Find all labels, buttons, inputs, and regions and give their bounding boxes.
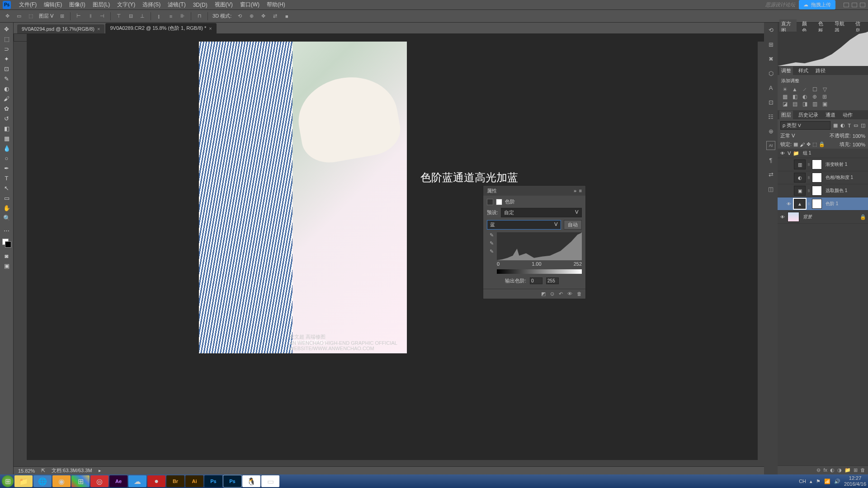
visibility-icon[interactable]: 👁	[779, 151, 786, 156]
ps-icon-2[interactable]: Ps	[223, 475, 241, 487]
qq-icon[interactable]: 🐧	[242, 475, 260, 487]
align-center-h-icon[interactable]: ⫴	[87, 13, 94, 20]
menu-help[interactable]: 帮助(H)	[263, 1, 289, 9]
levels-histogram[interactable]	[497, 232, 582, 260]
tray-flag-icon[interactable]: ⚑	[816, 479, 821, 484]
zoom-tool[interactable]: 🔍	[1, 213, 12, 222]
opacity-value[interactable]: 100%	[853, 133, 865, 139]
blur-tool[interactable]: 💧	[1, 144, 12, 153]
tray-network-icon[interactable]: 📶	[824, 479, 830, 484]
lock-all-icon[interactable]: 🔒	[819, 141, 825, 147]
3d-orbit-icon[interactable]: ⟲	[236, 13, 243, 20]
tab-styles[interactable]: 样式	[797, 66, 810, 75]
close-icon[interactable]: ×	[97, 26, 100, 32]
channel-mixer-icon[interactable]: ⊕	[811, 93, 818, 100]
gradient-tool[interactable]: ▦	[1, 134, 12, 143]
clip-icon[interactable]: ◩	[541, 291, 546, 297]
visibility-icon[interactable]: 👁	[786, 202, 792, 206]
layer-gradient-map[interactable]: ▥𝟾渐变映射 1	[778, 158, 868, 171]
tab-adjustments[interactable]: 调整	[779, 66, 793, 75]
distribute-icon[interactable]: ⊪	[179, 13, 186, 20]
layer-filter-dropdown[interactable]: ρ 类型 ᐯ	[780, 121, 830, 130]
exposure-icon[interactable]: ☐	[811, 86, 818, 93]
menu-edit[interactable]: 编辑(E)	[40, 1, 66, 9]
ime-indicator[interactable]: CH	[799, 479, 806, 484]
fill-value[interactable]: 100%	[853, 142, 865, 147]
gradient-map-icon[interactable]: ▥	[811, 100, 818, 108]
move-tool[interactable]: ✥	[1, 24, 12, 33]
output-high-input[interactable]	[546, 277, 559, 284]
align-center-v-icon[interactable]: ⊟	[127, 13, 134, 20]
bw-icon[interactable]: ◧	[791, 93, 798, 100]
menu-filter[interactable]: 滤镜(T)	[164, 1, 189, 9]
align-right-icon[interactable]: ⊣	[99, 13, 106, 20]
distribute-h-icon[interactable]: ⫿	[156, 13, 163, 20]
brightness-icon[interactable]: ☀	[781, 86, 788, 93]
layer-mask[interactable]	[812, 199, 822, 209]
white-point-dropper[interactable]: ✎	[490, 249, 496, 255]
collapse-icon[interactable]: »	[574, 188, 576, 193]
vibrance-icon[interactable]: ▽	[821, 86, 828, 93]
hue-icon[interactable]: ▦	[781, 93, 788, 100]
ae-icon[interactable]: Ae	[109, 475, 127, 487]
app-icon-5[interactable]: ●	[147, 475, 165, 487]
panel-menu-icon[interactable]: ≡	[579, 188, 582, 193]
dock-layers-icon[interactable]: ⇄	[766, 170, 775, 179]
color-swatches[interactable]	[2, 239, 11, 248]
link-layers-icon[interactable]: ⊖	[816, 467, 821, 473]
dock-ai-icon[interactable]: AI	[766, 141, 775, 150]
3d-roll-icon[interactable]: ⊕	[248, 13, 255, 20]
tray-volume-icon[interactable]: 🔊	[834, 479, 840, 484]
history-brush-tool[interactable]: ↺	[1, 114, 12, 123]
levels-icon[interactable]: ▲	[791, 86, 798, 93]
preset-dropdown[interactable]: 自定ᐯ	[501, 208, 582, 217]
lock-position-icon[interactable]: ✥	[807, 141, 811, 147]
show-transform-icon[interactable]: ⊞	[58, 13, 66, 20]
menu-select[interactable]: 选择(S)	[139, 1, 164, 9]
stamp-tool[interactable]: ✿	[1, 104, 12, 113]
app-icon-1[interactable]: ◉	[52, 475, 71, 487]
crop-tool[interactable]: ⊡	[1, 64, 12, 73]
close-icon[interactable]: ×	[209, 26, 212, 31]
add-mask-icon[interactable]: ◐	[830, 467, 835, 473]
shape-tool[interactable]: ▭	[1, 193, 12, 202]
link-icon[interactable]: 𝟾	[807, 202, 810, 206]
chevron-down-icon[interactable]: ᐯ	[788, 150, 791, 156]
blend-mode-dropdown[interactable]: 正常 ᐯ	[780, 132, 828, 139]
expand-icon[interactable]: ⇱	[41, 468, 45, 474]
tab-paths[interactable]: 路径	[814, 66, 827, 75]
menu-type[interactable]: 文字(Y)	[113, 1, 139, 9]
lock-artboard-icon[interactable]: ⬚	[812, 141, 817, 147]
threshold-icon[interactable]: ◨	[801, 100, 808, 108]
invert-icon[interactable]: ◪	[781, 100, 788, 108]
lasso-tool[interactable]: ⊃	[1, 44, 12, 53]
layer-mask[interactable]	[812, 186, 822, 196]
layer-group[interactable]: 👁ᐯ📁组 1	[778, 149, 868, 158]
tray-icon-1[interactable]: ▴	[810, 479, 812, 484]
reset-icon[interactable]: ↶	[559, 291, 563, 297]
layer-style-icon[interactable]: fx	[823, 467, 827, 473]
dock-clone-icon[interactable]: ⊕	[766, 127, 775, 136]
layer-mask[interactable]	[812, 173, 822, 183]
canvas[interactable]: anwenchao 安文超 高端修图AN WENCHAO HIGH-END GR…	[27, 42, 758, 460]
black-point-dropper[interactable]: ✎	[490, 232, 496, 239]
output-low-input[interactable]	[530, 277, 542, 284]
ai-icon[interactable]: Ai	[185, 475, 203, 487]
new-layer-icon[interactable]: ⊞	[854, 467, 858, 473]
shadow-value[interactable]: 0	[497, 261, 500, 267]
menu-file[interactable]: 文件(F)	[15, 1, 40, 9]
link-icon[interactable]: 𝟾	[807, 188, 810, 193]
highlight-value[interactable]: 252	[574, 261, 582, 267]
color-lookup-icon[interactable]: ⊞	[821, 93, 828, 100]
delete-adjustment-icon[interactable]: 🗑	[577, 291, 582, 297]
align-bottom-icon[interactable]: ⊥	[139, 13, 146, 20]
quickmask-tool[interactable]: ◙	[1, 251, 12, 260]
channel-dropdown[interactable]: 蓝ᐯ	[487, 220, 561, 230]
ps-icon-1[interactable]: Ps	[204, 475, 222, 487]
ruler-vertical[interactable]	[14, 42, 27, 460]
menu-layer[interactable]: 图层(L)	[89, 1, 114, 9]
posterize-icon[interactable]: ▤	[791, 100, 798, 108]
tab-history[interactable]: 历史记录	[797, 111, 820, 119]
wand-tool[interactable]: ✦	[1, 54, 12, 63]
tab-0[interactable]: 9V0A0294.psd @ 16.7%(RGB/8)×	[17, 24, 104, 33]
